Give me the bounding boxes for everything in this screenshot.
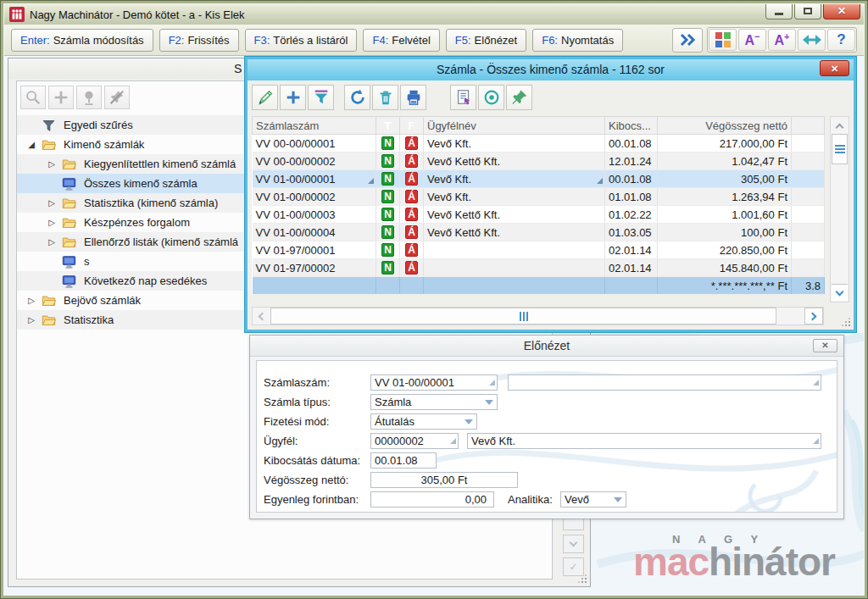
add-node-button[interactable] [48, 86, 74, 109]
app-titlebar: Nagy Machinátor - Demó kötet - a - Kis E… [4, 4, 864, 25]
status-badge-f: Á [405, 243, 418, 257]
status-badge-t: N [381, 154, 394, 168]
invoice-row[interactable]: VV 01-97/00002NÁ02.01.14145.840,00 Ft [253, 259, 825, 277]
issue-date-input[interactable]: 00.01.08 [370, 452, 437, 469]
function-button-label: Nyomtatás [561, 34, 614, 47]
column-header[interactable]: T [376, 117, 400, 135]
vertical-scroll-thumb[interactable] [832, 134, 848, 164]
scroll-left-button[interactable] [253, 308, 270, 324]
function-key-label: F2: [169, 34, 185, 47]
function-button-4[interactable]: F4:Felvétel [363, 29, 439, 52]
customer-name-input[interactable]: Vevő Kft. [467, 433, 821, 449]
function-key-label: F4: [372, 34, 388, 47]
font-decrease-button[interactable]: A− [738, 29, 766, 51]
vertical-scrollbar[interactable] [830, 116, 849, 302]
collapsed-expander-icon[interactable]: ▷ [42, 218, 61, 227]
invoice-close-button[interactable]: ✕ [820, 60, 849, 76]
cell-invoice-number: VV 00-00/00002 [253, 153, 376, 170]
net-total-input[interactable]: 305,00 Ft [370, 472, 518, 488]
report-button[interactable] [450, 85, 476, 110]
invoice-row[interactable]: VV 00-00/00001NÁVevő Kft.00.01.08217.000… [253, 135, 825, 153]
function-button-2[interactable]: F2:Frissítés [159, 29, 239, 52]
swap-width-button[interactable] [798, 29, 826, 51]
filter-button[interactable] [308, 85, 334, 110]
balance-input[interactable]: 0,00 [370, 491, 494, 507]
resize-grip[interactable] [849, 324, 850, 326]
column-header[interactable]: Ügyfélnév [424, 117, 605, 135]
tree-item-label: Következő nap esedékes [84, 275, 207, 287]
column-header[interactable]: F [400, 117, 424, 135]
cell-invoice-number: VV 01-00/00002 [253, 188, 376, 206]
tree-view-button[interactable] [76, 86, 102, 109]
status-badge-f: Á [405, 225, 418, 239]
help-button[interactable]: ? [827, 29, 855, 51]
font-increase-button[interactable]: A+ [768, 29, 796, 51]
scroll-down-button[interactable] [832, 284, 848, 301]
function-button-label: Törlés a listáról [273, 34, 348, 47]
function-key-label: F3: [254, 34, 270, 47]
invoice-type-select[interactable]: Számla [370, 394, 498, 410]
horizontal-scroll-thumb[interactable] [270, 308, 776, 324]
function-button-6[interactable]: F6:Nyomtatás [532, 29, 623, 52]
scroll-up-button[interactable] [831, 117, 849, 134]
folder-icon [41, 293, 57, 308]
collapsed-expander-icon[interactable]: ▷ [42, 198, 61, 208]
collapsed-expander-icon[interactable]: ▷ [42, 237, 61, 247]
invoice-row[interactable]: VV 01-00/00003NÁVevő Kettő Kft.01.02.221… [253, 206, 825, 224]
invoice-row[interactable]: VV 01-00/00004NÁVevő Kettő Kft.01.03.051… [253, 224, 825, 241]
invoice-number-label: Számlaszám: [264, 374, 330, 391]
function-button-3[interactable]: F3:Törlés a listáról [245, 29, 358, 52]
collapsed-expander-icon[interactable]: ▷ [22, 296, 41, 305]
scroll-right-button[interactable] [804, 308, 823, 324]
expanded-expander-icon[interactable]: ◢ [22, 140, 41, 149]
view-button[interactable] [478, 85, 504, 110]
window-controls: ✕ [764, 4, 860, 19]
collapsed-expander-icon[interactable]: ▷ [22, 315, 41, 324]
add-button[interactable] [280, 85, 306, 110]
pin-button[interactable] [506, 85, 532, 110]
chevron-down-icon [570, 539, 578, 547]
customer-code-input[interactable]: 00000002 [370, 433, 459, 449]
refresh-button[interactable] [344, 85, 370, 110]
collapse-button[interactable] [563, 535, 584, 553]
horizontal-arrows-icon [803, 34, 821, 46]
column-header[interactable]: Számlaszám [253, 117, 376, 135]
unpin-button[interactable] [104, 86, 130, 109]
collapsed-expander-icon[interactable]: ▷ [42, 159, 61, 169]
preview-close-button[interactable]: ✕ [813, 339, 837, 352]
cell-net-total: 145.840,00 Ft [658, 259, 792, 277]
delete-button[interactable] [372, 85, 398, 110]
cell-net-total: 1.042,47 Ft [658, 153, 792, 170]
function-buttons: Enter:Számla módosításF2:FrissítésF3:Tör… [11, 29, 623, 52]
color-scheme-button[interactable] [709, 29, 737, 51]
payment-method-select[interactable]: Átutalás [370, 413, 477, 430]
minimize-button[interactable] [765, 4, 793, 19]
maximize-button[interactable] [794, 4, 821, 19]
invoice-row[interactable]: VV 01-97/00001NÁ02.01.14220.850,00 Ft [253, 241, 825, 259]
invoice-number-secondary-input[interactable] [508, 374, 821, 391]
confirm-button[interactable]: ✓ [563, 557, 584, 576]
cell-invoice-number: VV 01-00/00003 [253, 206, 376, 224]
cell-net-total: 305,00 Ft [658, 170, 792, 188]
resize-grip[interactable] [585, 581, 587, 583]
column-header[interactable]: Végösszeg nettó [658, 117, 792, 135]
monitor-icon [61, 176, 77, 191]
function-button-1[interactable]: Enter:Számla módosítás [11, 29, 153, 52]
search-button[interactable] [20, 86, 46, 109]
column-header[interactable] [792, 117, 825, 135]
invoice-row[interactable]: VV 00-00/00002NÁVevő Kettő Kft.12.01.241… [253, 153, 825, 170]
horizontal-scrollbar[interactable] [252, 307, 824, 325]
status-badge-t: N [381, 208, 394, 221]
print-button[interactable] [400, 85, 426, 110]
expand-toolbar-button[interactable] [672, 28, 703, 53]
edit-button[interactable] [252, 85, 278, 110]
close-button[interactable]: ✕ [823, 4, 860, 19]
sum-empty-cell [605, 277, 658, 295]
invoice-row[interactable]: VV 01-00/00002NÁVevő Kft.01.01.081.263,9… [253, 188, 825, 206]
invoice-number-input[interactable]: VV 01-00/00001 [370, 374, 498, 391]
column-header[interactable]: Kibocs... [605, 117, 658, 135]
invoice-toolbar [248, 80, 854, 114]
function-button-5[interactable]: F5:Előnézet [446, 29, 526, 52]
invoice-row[interactable]: VV 01-00/00001NÁVevő Kft.00.01.08305,00 … [253, 170, 825, 188]
analytics-select[interactable]: Vevő [560, 491, 626, 507]
